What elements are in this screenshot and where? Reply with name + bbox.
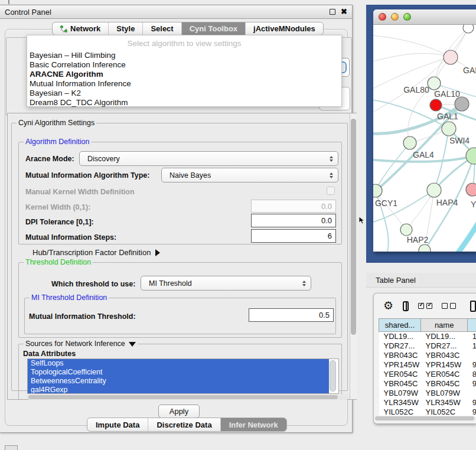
bottom-tab-discretize-data[interactable]: Discretize Data (148, 418, 220, 431)
float-window-icon[interactable] (330, 9, 335, 15)
kernel-width-field[interactable]: 0.0 (251, 200, 336, 213)
network-node[interactable] (400, 224, 412, 236)
close-icon[interactable]: ✖ (341, 9, 347, 15)
table-cell: YPR145W (421, 360, 468, 370)
tab-network[interactable]: Network (53, 22, 109, 35)
algorithm-option[interactable]: ARACNE Algorithm (27, 70, 341, 79)
table-row[interactable]: YPR145WYPR145W9. (379, 360, 476, 370)
network-edge[interactable] (373, 28, 468, 115)
table-cell (468, 351, 476, 360)
aracne-mode-value: Discovery (87, 155, 120, 163)
data-attribute-item[interactable]: gal4RGexp (28, 386, 329, 394)
network-node[interactable] (430, 99, 442, 111)
table-cell: YLR345W (379, 398, 421, 407)
tab-label: Style (116, 24, 135, 33)
network-node[interactable] (428, 77, 441, 90)
network-node[interactable] (463, 25, 474, 33)
tab-select[interactable]: Select (143, 22, 181, 35)
tab-label: Network (70, 24, 100, 33)
checked-columns-icon[interactable] (418, 303, 432, 309)
apply-button[interactable]: Apply (158, 405, 200, 418)
network-edge[interactable] (376, 143, 410, 191)
attributes-list-scrollbar[interactable] (330, 360, 336, 392)
network-node[interactable] (455, 97, 469, 111)
network-node-label: SWI4 (449, 136, 470, 145)
minimize-traffic-light-icon[interactable] (391, 13, 399, 21)
collapse-arrow-icon (129, 342, 136, 347)
network-edge[interactable] (373, 53, 451, 63)
bottom-corner-button[interactable] (5, 445, 18, 450)
table-column-header[interactable]: A (468, 319, 476, 332)
table-row[interactable]: YLR345WYLR345W9. (379, 398, 476, 407)
manual-kernel-checkbox[interactable] (327, 187, 335, 195)
network-node[interactable] (419, 244, 431, 252)
table-row[interactable]: YBR045CYBR045C9. (379, 379, 476, 389)
table-row[interactable]: YDR27...YDR27...12 (379, 341, 476, 351)
algorithm-option[interactable]: Mutual Information Inference (27, 79, 341, 89)
mi-type-combo[interactable]: Naive Bayes (161, 168, 338, 182)
combo-arrows-icon (330, 172, 333, 178)
network-node[interactable] (444, 50, 458, 64)
algorithm-option[interactable]: Basic Correlation Inference (27, 60, 341, 70)
data-attribute-item[interactable]: SelfLoops (28, 359, 329, 368)
network-canvas[interactable]: GALGAL80GAL10GAL1SWI4GAL4GCY1HAP4YHAP2 (373, 25, 476, 252)
network-node-label: HAP2 (407, 235, 429, 244)
mi-steps-label: Mutual Information Steps: (25, 233, 116, 242)
unchecked-columns-icon[interactable] (442, 303, 456, 309)
table-panel-title: Table Panel (376, 276, 416, 285)
settings-scroll-pane: Cyni Algorithm Settings Algorithm Defini… (7, 113, 357, 400)
mi-threshold-field[interactable]: 0.5 (249, 308, 334, 322)
data-attributes-list[interactable]: SelfLoopsTopologicalCoefficientBetweenne… (27, 358, 339, 394)
table-row[interactable]: YBR043CYBR043C (379, 351, 476, 360)
zoom-traffic-light-icon[interactable] (403, 13, 411, 21)
algorithm-dropdown-prompt: Select algorithm to view settings (27, 35, 341, 51)
split-view-icon[interactable] (403, 301, 409, 311)
table-cell (468, 389, 476, 398)
close-traffic-light-icon[interactable] (379, 13, 386, 21)
table-row[interactable]: YDL19...YDL19...13 (379, 332, 476, 341)
table-row[interactable]: YER054CYER054C8. (379, 370, 476, 379)
network-node[interactable] (466, 148, 476, 164)
network-node[interactable] (403, 136, 416, 149)
application-window: Control Panel ✖ NetworkStyleSelectCyni T… (0, 0, 476, 450)
bottom-tab-infer-network[interactable]: Infer Network (221, 418, 286, 431)
sources-legend[interactable]: Sources for Network Inference (24, 340, 138, 348)
dpi-tolerance-value: 0.0 (321, 216, 332, 225)
table-row[interactable]: YBL079WYBL079W (379, 389, 476, 398)
network-node[interactable] (466, 183, 476, 196)
aracne-mode-combo[interactable]: Discovery (79, 151, 338, 166)
algorithm-option[interactable]: Dream8 DC_TDC Algorithm (27, 98, 341, 107)
network-window-titlebar (373, 9, 476, 25)
data-attribute-item[interactable]: TopologicalCoefficient (28, 368, 329, 377)
table-column-header[interactable]: name (421, 319, 468, 332)
data-attribute-item[interactable]: BetweennessCentrality (28, 377, 329, 386)
control-panel-title: Control Panel (5, 8, 51, 17)
mi-type-value: Naive Bayes (169, 171, 211, 180)
settings-horizontal-scrollbar-thumb[interactable] (28, 395, 338, 399)
algorithm-option[interactable]: Bayesian – Hill Climbing (27, 51, 341, 60)
node-attribute-table[interactable]: shared...nameA YDL19...YDL19...13YDR27..… (379, 318, 476, 417)
tab-jactivemnodules[interactable]: jActiveMNodules (246, 22, 323, 35)
table-cell: YBR045C (421, 379, 468, 389)
tab-style[interactable]: Style (109, 22, 143, 35)
document-icon[interactable] (470, 301, 476, 312)
mi-type-label: Mutual Information Algorithm Type: (25, 171, 149, 180)
table-horizontal-scrollbar-thumb[interactable] (375, 416, 474, 420)
table-cell: YDL19... (421, 332, 468, 341)
network-edge[interactable] (443, 213, 476, 252)
bottom-tab-impute-data[interactable]: Impute Data (87, 418, 148, 431)
network-node[interactable] (442, 122, 456, 136)
network-node[interactable] (427, 183, 441, 197)
which-threshold-combo[interactable]: MI Threshold (141, 276, 311, 291)
control-panel: Control Panel ✖ NetworkStyleSelectCyni T… (0, 5, 353, 433)
gear-icon[interactable]: ⚙ (383, 300, 393, 312)
settings-vertical-scrollbar-thumb[interactable] (351, 119, 356, 335)
dpi-tolerance-field[interactable]: 0.0 (251, 214, 336, 227)
table-column-header[interactable]: shared... (379, 319, 421, 332)
tab-cyni-toolbox[interactable]: Cyni Toolbox (182, 22, 246, 35)
mi-steps-field[interactable]: 6 (251, 229, 336, 243)
bottom-tab-bar: Impute DataDiscretize DataInfer Network (87, 418, 287, 432)
hub-definition-expander[interactable]: Hub/Transcription Factor Definition (32, 248, 160, 257)
algorithm-option[interactable]: Bayesian – K2 (27, 89, 341, 98)
mouse-cursor (358, 216, 366, 224)
